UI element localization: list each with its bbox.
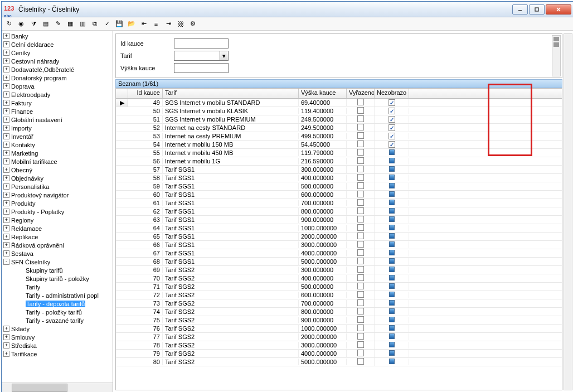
checkbox-icon[interactable] [357,207,364,214]
expand-icon[interactable]: + [3,50,9,56]
table-row[interactable]: 50SGS Internet v mobilu KLASIK119.400000 [116,107,562,115]
tree-item[interactable]: +Elektroodpady [2,90,112,99]
checkbox-icon[interactable] [357,132,364,139]
table-row[interactable]: 79Tarif SGS24000.000000 [116,350,562,358]
cell-vyrazeno[interactable] [347,224,375,232]
cell-nezobrazo[interactable] [375,308,409,315]
table-row[interactable]: 76Tarif SGS21000.000000 [116,325,562,333]
checkbox-icon[interactable] [357,316,364,323]
idkauce-input[interactable] [174,38,229,49]
indent-right-icon[interactable]: ⇥ [163,19,173,29]
checkbox-icon[interactable] [357,274,364,281]
expand-icon[interactable]: + [3,217,9,223]
globe-icon[interactable]: ◉ [16,19,26,29]
expand-icon[interactable]: + [3,108,9,114]
cell-nezobrazo[interactable] [375,325,409,332]
cell-vyrazeno[interactable] [347,124,375,132]
expand-icon[interactable]: + [3,200,9,206]
expand-icon[interactable]: + [3,209,9,215]
cell-nezobrazo[interactable] [375,233,409,240]
open-icon[interactable]: 📂 [127,19,137,29]
cell-vyrazeno[interactable] [347,216,375,224]
cell-nezobrazo[interactable] [375,258,409,265]
cell-nezobrazo[interactable] [375,300,409,307]
checkbox-icon[interactable] [357,233,364,239]
square-icon[interactable] [389,233,395,239]
expand-icon[interactable]: + [3,334,9,340]
col-tarif[interactable]: Tarif [163,89,299,98]
tree-item[interactable]: Tarify - svazané tarify [2,316,112,325]
tree-item[interactable]: +Střediska [2,341,112,350]
col-nezobrazo[interactable]: Nezobrazo [375,89,409,98]
col-vyska[interactable]: Výška kauce [299,89,347,98]
checkbox-icon[interactable] [357,216,364,222]
cell-nezobrazo[interactable] [375,166,409,173]
tree-item[interactable]: +Importy [2,124,112,132]
cell-vyrazeno[interactable] [347,191,375,199]
table-row[interactable]: 53Internet na cesty PREMIUM499.500000 [116,132,562,141]
checkbox-icon[interactable] [357,299,364,306]
cell-vyrazeno[interactable] [347,299,375,307]
cell-vyrazeno[interactable] [347,207,375,215]
expand-icon[interactable]: + [3,342,9,349]
tree-item[interactable]: Skupiny tarifů [2,266,112,274]
table-row[interactable]: 61Tarif SGS1700.000000 [116,199,562,207]
cell-vyrazeno[interactable] [347,115,375,123]
cell-vyrazeno[interactable] [347,233,375,240]
tree-item[interactable]: +Replikace [2,233,112,241]
square-icon[interactable] [389,350,395,356]
cell-nezobrazo[interactable] [375,283,409,290]
data-grid[interactable]: Id kauce Tarif Výška kauce Vyřazeno Nezo… [115,88,562,390]
checkbox-icon[interactable] [389,124,395,131]
tree-item[interactable]: +Globální nastavení [2,115,112,124]
expand-icon[interactable]: + [3,225,9,231]
checkbox-icon[interactable] [357,174,364,181]
tree-item[interactable]: +Donatorský program [2,74,112,82]
filter-funnel-icon[interactable]: ⧩ [28,19,38,29]
square-icon[interactable] [389,359,395,364]
maximize-button[interactable] [529,4,545,14]
table-row[interactable]: 72Tarif SGS2600.000000 [116,291,562,299]
tree-item[interactable]: +Faktury [2,99,112,107]
square-icon[interactable] [389,333,395,339]
checkbox-icon[interactable] [357,258,364,264]
expand-icon[interactable]: - [3,259,9,265]
table-row[interactable]: 70Tarif SGS2400.000000 [116,274,562,283]
cell-vyrazeno[interactable] [347,325,375,332]
cell-vyrazeno[interactable] [347,241,375,249]
table-row[interactable]: 77Tarif SGS22000.000000 [116,333,562,341]
square-icon[interactable] [389,300,395,306]
col-idkauce[interactable]: Id kauce [128,89,163,98]
tree-item[interactable]: +Smlouvy [2,333,112,341]
checkbox-icon[interactable] [357,308,364,314]
cell-vyrazeno[interactable] [347,182,375,190]
cell-nezobrazo[interactable] [375,333,409,340]
cell-vyrazeno[interactable] [347,132,375,140]
checkbox-icon[interactable] [389,141,395,148]
checkbox-icon[interactable] [357,124,364,130]
cell-nezobrazo[interactable] [375,225,409,231]
expand-icon[interactable]: + [3,183,9,190]
expand-icon[interactable]: + [3,158,9,164]
expand-icon[interactable]: + [3,125,9,131]
expand-icon[interactable]: + [3,83,9,89]
cell-nezobrazo[interactable] [375,158,409,164]
tree-item[interactable]: Tarify - položky tarifů [2,308,112,316]
tree-item[interactable]: +Sklady [2,325,112,333]
table-row[interactable]: 58Tarif SGS1400.000000 [116,174,562,182]
cell-nezobrazo[interactable] [375,108,409,115]
cell-nezobrazo[interactable] [375,216,409,223]
tree-item[interactable]: +Kontakty [2,141,112,149]
square-icon[interactable] [389,258,395,264]
table-row[interactable]: 80Tarif SGS25000.000000 [116,358,562,366]
expand-icon[interactable]: + [3,58,9,64]
edit-icon[interactable]: ✎ [53,19,63,29]
checkbox-icon[interactable] [357,241,364,248]
combo-dropdown-icon[interactable]: ▾ [220,51,228,60]
square-icon[interactable] [389,275,395,280]
cell-nezobrazo[interactable] [375,317,409,323]
cell-nezobrazo[interactable] [375,124,409,132]
checkbox-icon[interactable] [357,166,364,172]
tree-item[interactable]: +Banky [2,32,112,40]
tree-item[interactable]: Skupiny tarifů - položky [2,274,112,283]
